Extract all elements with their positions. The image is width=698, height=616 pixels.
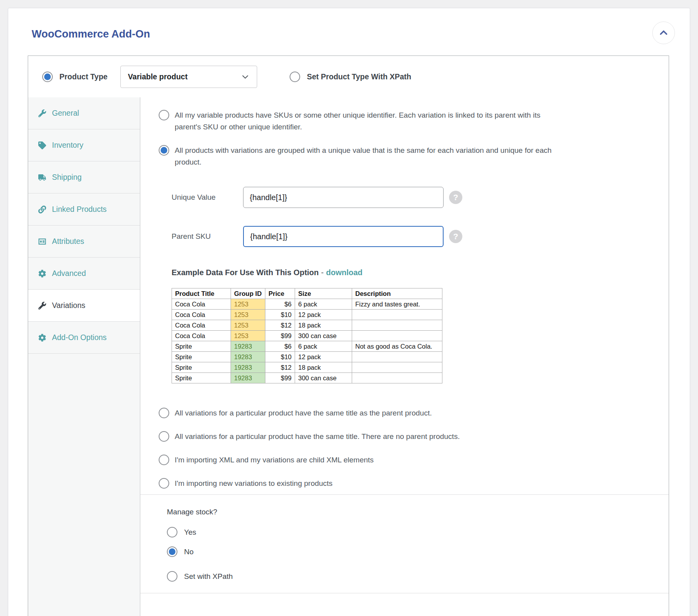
woocommerce-addon-panel: WooCommerce Add-On Product Type Variable… — [8, 8, 690, 616]
table-row: Coca Cola1253$1012 pack — [172, 310, 442, 320]
collapse-button[interactable] — [652, 21, 675, 44]
sidebar-item-general[interactable]: General — [28, 97, 140, 129]
manage-stock-option-xpath: Set with XPath — [167, 571, 669, 582]
group-id-cell: 19283 — [231, 341, 265, 352]
product-type-radio[interactable] — [42, 72, 53, 82]
manage-stock-option-label: Set with XPath — [184, 572, 233, 581]
match-option-label: All products with variations are grouped… — [175, 145, 556, 168]
link-icon — [38, 206, 46, 213]
col-header: Description — [352, 288, 442, 299]
group-id-cell: 1253 — [231, 331, 265, 341]
tag-icon — [38, 141, 46, 149]
sidebar-item-advanced[interactable]: Advanced — [28, 258, 140, 290]
col-header: Size — [295, 288, 352, 299]
product-type-xpath-label: Set Product Type With XPath — [307, 72, 411, 81]
match-option-unique-value: All products with variations are grouped… — [159, 145, 669, 168]
manage-stock-option-yes: Yes — [167, 527, 669, 537]
sidebar-item-linked-products[interactable]: Linked Products — [28, 193, 140, 226]
match-option-new-variations: I'm importing new variations to existing… — [159, 478, 669, 489]
wrench-icon — [38, 302, 46, 310]
parent-sku-row: Parent SKU ? — [172, 226, 669, 247]
table-row: Coca Cola1253$99300 can case — [172, 331, 442, 341]
chevron-up-icon — [659, 28, 669, 38]
manage-stock-label: Manage stock? — [167, 508, 669, 516]
sidebar-item-label: Variations — [52, 301, 85, 310]
manage-stock-option-label: No — [184, 548, 193, 556]
match-option-radio[interactable] — [159, 478, 169, 489]
unique-value-label: Unique Value — [172, 193, 243, 202]
manage-stock-xpath-radio[interactable] — [167, 571, 177, 582]
sidebar-item-label: Inventory — [52, 141, 83, 150]
section-divider — [140, 593, 669, 593]
help-icon[interactable]: ? — [449, 230, 462, 243]
parent-sku-label: Parent SKU — [172, 232, 243, 241]
product-type-select[interactable]: Variable product — [120, 66, 257, 88]
match-option-label: All my variable products have SKUs or so… — [175, 109, 556, 133]
match-option-radio[interactable] — [159, 455, 169, 465]
match-option-radio[interactable] — [159, 408, 169, 418]
manage-stock-no-radio[interactable] — [167, 546, 177, 557]
sidebar-item-addon-options[interactable]: Add-On Options — [28, 322, 140, 354]
variations-panel: All my variable products have SKUs or so… — [140, 97, 669, 616]
gear-icon — [38, 334, 46, 342]
example-data-table: Product Title Group ID Price Size Descri… — [172, 288, 442, 383]
group-id-cell: 1253 — [231, 320, 265, 331]
match-option-label: All variations for a particular product … — [175, 407, 432, 419]
download-link[interactable]: download — [326, 268, 362, 277]
match-option-sku-radio[interactable] — [159, 110, 169, 120]
match-option-same-title-parent: All variations for a particular product … — [159, 407, 669, 419]
table-row: Sprite19283$1012 pack — [172, 352, 442, 362]
sidebar-item-label: Add-On Options — [52, 333, 107, 342]
sidebar-item-label: Shipping — [52, 173, 82, 182]
group-id-cell: 1253 — [231, 310, 265, 320]
group-id-cell: 19283 — [231, 362, 265, 373]
product-type-label: Product Type — [59, 72, 107, 81]
section-divider — [140, 494, 669, 495]
product-type-row: Product Type Variable product Set Produc… — [28, 56, 669, 97]
table-row: Sprite19283$1218 pack — [172, 362, 442, 373]
example-data-heading: Example Data For Use With This Option-do… — [172, 268, 669, 277]
page-title: WooCommerce Add-On — [32, 28, 690, 40]
wrench-icon — [38, 109, 46, 117]
manage-stock-option-label: Yes — [184, 528, 196, 537]
sidebar-item-shipping[interactable]: Shipping — [28, 161, 140, 193]
manage-stock-option-no: No — [167, 546, 669, 557]
match-option-label: I'm importing new variations to existing… — [175, 478, 333, 489]
match-option-unique-value-radio[interactable] — [159, 145, 169, 156]
unique-value-input[interactable] — [243, 187, 444, 208]
group-id-cell: 19283 — [231, 352, 265, 362]
match-option-label: All variations for a particular product … — [175, 431, 460, 442]
settings-box: Product Type Variable product Set Produc… — [28, 56, 669, 616]
sidebar-item-label: Advanced — [52, 269, 86, 278]
col-header: Group ID — [231, 288, 265, 299]
table-row: Coca Cola1253$66 packFizzy and tastes gr… — [172, 299, 442, 310]
example-heading-text: Example Data For Use With This Option — [172, 268, 319, 277]
sidebar-item-label: General — [52, 109, 79, 118]
table-row: Sprite19283$99300 can case — [172, 373, 442, 383]
table-row: Coca Cola1253$1218 pack — [172, 320, 442, 331]
parent-sku-input[interactable] — [243, 226, 444, 247]
table-header-row: Product Title Group ID Price Size Descri… — [172, 288, 442, 299]
col-header: Product Title — [172, 288, 231, 299]
chevron-down-icon — [242, 73, 249, 81]
truck-icon — [38, 174, 46, 181]
sidebar-item-inventory[interactable]: Inventory — [28, 129, 140, 161]
col-header: Price — [265, 288, 295, 299]
match-option-same-title-no-parent: All variations for a particular product … — [159, 431, 669, 442]
sidebar-item-variations[interactable]: Variations — [28, 290, 140, 322]
panel-header: WooCommerce Add-On — [8, 8, 690, 40]
match-option-sku: All my variable products have SKUs or so… — [159, 109, 669, 133]
match-option-label: I'm importing XML and my variations are … — [175, 454, 374, 466]
help-icon[interactable]: ? — [449, 191, 462, 204]
sidebar-item-attributes[interactable]: Attributes — [28, 226, 140, 258]
manage-stock-yes-radio[interactable] — [167, 527, 177, 537]
product-type-xpath-radio[interactable] — [290, 72, 300, 82]
match-option-xml-children: I'm importing XML and my variations are … — [159, 454, 669, 466]
unique-value-row: Unique Value ? — [172, 187, 669, 208]
match-option-radio[interactable] — [159, 431, 169, 442]
group-id-cell: 1253 — [231, 299, 265, 310]
sidebar-item-label: Linked Products — [52, 205, 107, 214]
table-row: Sprite19283$66 packNot as good as Coca C… — [172, 341, 442, 352]
settings-sidebar: General Inventory Shipping Linked Produc… — [28, 97, 140, 616]
product-type-select-value: Variable product — [128, 72, 188, 81]
